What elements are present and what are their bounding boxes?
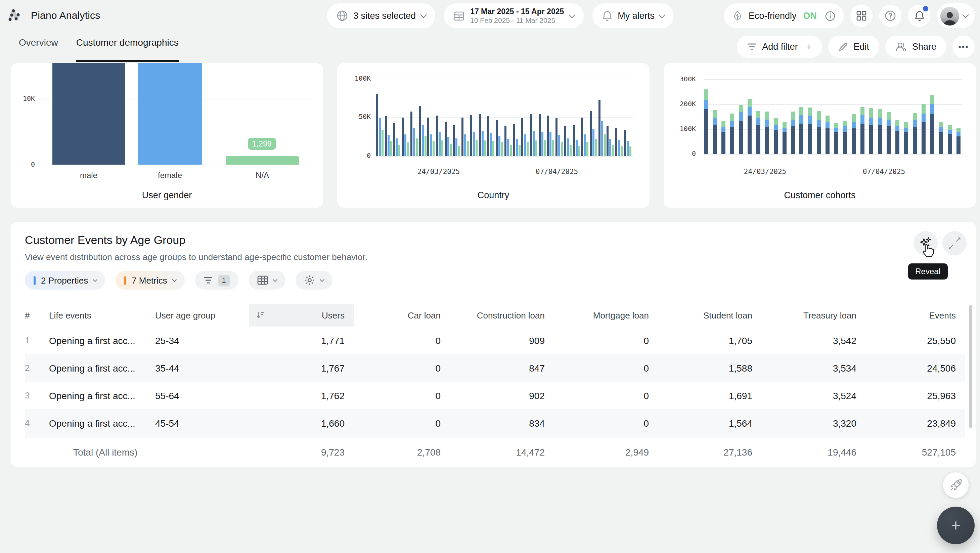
my-alerts-label: My alerts [617, 11, 655, 21]
info-icon[interactable] [825, 10, 835, 21]
date-range-primary: 17 Mar 2025 - 15 Apr 2025 [470, 7, 564, 16]
table-view-icon [257, 276, 268, 285]
bar-value-badge: 1,299 [248, 138, 277, 150]
help-button[interactable] [879, 5, 901, 27]
bar-group [470, 115, 477, 156]
cell: 0 [554, 327, 658, 354]
apps-grid-icon [856, 11, 867, 21]
eco-friendly-label: Eco-friendly [749, 11, 797, 21]
total-label: Total (All items) [49, 437, 155, 466]
date-range-picker[interactable]: 17 Mar 2025 - 15 Apr 2025 10 Feb 2025 - … [444, 3, 583, 28]
column-header-mortgage-loan[interactable]: Mortgage loan [554, 304, 658, 327]
column-header-construction-loan[interactable]: Construction loan [450, 304, 554, 327]
bar-group [555, 118, 563, 156]
cell: 3,524 [762, 382, 866, 409]
table-row[interactable]: 2Opening a first acc...35-441,767084701,… [25, 354, 965, 382]
stacked-bar [713, 110, 717, 154]
x-category-label: female [138, 171, 202, 180]
cell: 45-54 [155, 409, 249, 437]
avatar [940, 6, 959, 25]
cell: 35-44 [155, 354, 249, 382]
create-new-button[interactable]: + [937, 507, 975, 544]
table-scrollbar[interactable] [969, 305, 972, 428]
edit-label: Edit [853, 41, 869, 52]
stacked-bar [947, 125, 951, 154]
add-filter-button[interactable]: Add filter + [737, 36, 822, 58]
table-row[interactable]: 3Opening a first acc...55-641,762090201,… [25, 382, 965, 409]
country-plot [376, 63, 632, 156]
expand-button[interactable]: ↗↙ [942, 231, 967, 255]
more-options-button[interactable]: ••• [953, 36, 975, 58]
user-gender-chart-card[interactable]: 10K 0 malefemaleN/A1,299 User gender [11, 63, 323, 208]
column-header-student-loan[interactable]: Student loan [658, 304, 762, 327]
bar-group [436, 116, 443, 156]
brand: Piano Analytics [7, 6, 100, 24]
column-header-car-loan[interactable]: Car loan [354, 304, 450, 327]
cell: 25,550 [866, 327, 965, 354]
settings-dropdown[interactable] [296, 271, 332, 290]
properties-accent-bar [33, 276, 36, 285]
cohorts-plot [704, 63, 961, 154]
chevron-down-icon [172, 277, 177, 282]
sites-selector[interactable]: 3 sites selected [327, 3, 435, 28]
y-tick: 0 [342, 152, 371, 159]
cell: 1,588 [658, 354, 762, 382]
stacked-bar [756, 110, 760, 154]
total-cell: 2,708 [354, 437, 450, 466]
apps-menu-button[interactable] [850, 5, 873, 27]
cell: 1,691 [658, 382, 762, 409]
eco-friendly-toggle[interactable]: Eco-friendly ON [724, 3, 844, 28]
column-header-treasury-loan[interactable]: Treasury loan [762, 304, 866, 327]
edit-button[interactable]: Edit [828, 36, 879, 58]
table-header: #Life eventsUser age group UsersCar loan… [25, 304, 965, 327]
stacked-bar [869, 108, 873, 154]
segment-filter-button[interactable]: 1 [195, 271, 239, 290]
tab-overview[interactable]: Overview [19, 37, 58, 62]
bar-group [538, 114, 546, 156]
bar-group [453, 125, 460, 156]
notifications-button[interactable] [908, 5, 930, 27]
column-header-life-events[interactable]: Life events [49, 304, 155, 327]
cell: 25-34 [155, 327, 249, 354]
column-header-user-age-group[interactable]: User age group [155, 304, 249, 327]
share-button[interactable]: Share [885, 36, 947, 58]
tab-customer-demographics[interactable]: Customer demographics [76, 37, 179, 62]
bell-icon [601, 10, 612, 21]
y-tick: 100K [666, 125, 696, 132]
quick-launch-button[interactable] [943, 472, 969, 498]
bar-group [402, 117, 409, 156]
cell: 1,660 [249, 409, 354, 437]
country-chart-card[interactable]: 100K 50K 0 24/03/2025 07/04/2025 Country [337, 63, 649, 208]
stacked-bar [730, 113, 734, 154]
table-row[interactable]: 1Opening a first acc...25-341,771090901,… [25, 327, 965, 354]
stacked-bar [956, 127, 960, 154]
total-cell: 19,446 [762, 437, 866, 466]
cell: Opening a first acc... [49, 327, 155, 354]
bar-female [138, 63, 202, 165]
cell: 0 [354, 409, 450, 437]
customer-events-panel: Customer Events by Age Group View event … [11, 222, 976, 467]
filter-count-badge: 1 [218, 274, 230, 286]
customer-cohorts-chart-card[interactable]: 300K 200K 100K 0 24/03/2025 07/04/2025 C… [663, 63, 976, 208]
user-menu[interactable] [937, 3, 975, 28]
panel-title: Customer Events by Age Group [25, 234, 185, 247]
row-index: 2 [25, 354, 49, 382]
bar-group [513, 124, 520, 156]
properties-dropdown[interactable]: 2 Properties [25, 271, 105, 290]
sites-selected-label: 3 sites selected [353, 11, 416, 21]
bar-group [581, 117, 589, 156]
table-row[interactable]: 4Opening a first acc...45-541,660083401,… [25, 409, 965, 437]
column-header-index[interactable]: # [25, 304, 49, 327]
properties-label: 2 Properties [41, 275, 88, 285]
column-header-users[interactable]: Users [249, 304, 354, 327]
cell: 3,320 [762, 409, 866, 437]
cell: 0 [354, 382, 450, 409]
bar-group [461, 117, 469, 156]
metrics-dropdown[interactable]: 7 Metrics [116, 271, 185, 290]
dashboard-tabs: Overview Customer demographics [19, 37, 179, 62]
view-type-dropdown[interactable] [248, 271, 285, 290]
column-header-events[interactable]: Events [866, 304, 965, 327]
bar-group [487, 116, 495, 156]
my-alerts-button[interactable]: My alerts [592, 3, 674, 28]
y-tick: 0 [666, 150, 696, 157]
